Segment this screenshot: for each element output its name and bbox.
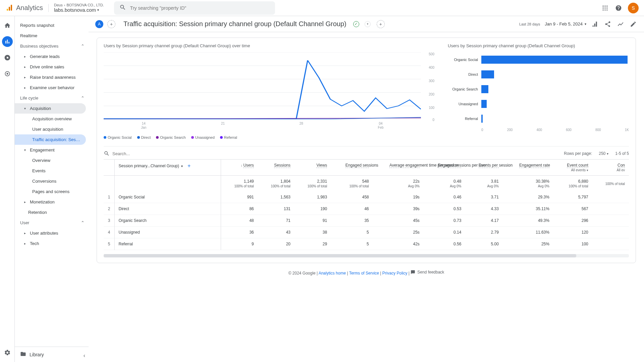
nav-rail — [0, 16, 15, 362]
svg-rect-2 — [11, 5, 12, 11]
send-feedback-button[interactable]: Send feedback — [411, 270, 444, 275]
breadcrumb-property: labs.botsnova.com — [54, 7, 96, 13]
link-privacy[interactable]: Privacy Policy — [382, 271, 408, 276]
sidebar-eng-overview[interactable]: Overview — [15, 155, 89, 166]
sidebar-generate-leads[interactable]: ▸Generate leads — [15, 51, 89, 62]
caret-right-icon: ▸ — [24, 65, 26, 69]
share-icon[interactable] — [604, 20, 612, 28]
bar-chart[interactable]: Organic Social Direct Organic Search Una… — [448, 52, 629, 126]
table-row[interactable]: 1Organic Social9911,5631,98345819s0.463.… — [104, 191, 629, 203]
date-range-picker[interactable]: Jan 9 - Feb 5, 2024▾ — [545, 21, 586, 26]
caret-down-icon: ▾ — [24, 148, 26, 152]
search-bar[interactable] — [114, 1, 275, 15]
sidebar-tech[interactable]: ▸Tech — [15, 238, 89, 249]
sidebar-acq-overview[interactable]: Acquisition overview — [15, 114, 89, 124]
table-row[interactable]: 4Unassigned364338525s0.142.7911.63%120 — [104, 227, 629, 238]
col-avg-engagement[interactable]: Average engagement time per session — [373, 160, 424, 176]
add-filter-button[interactable]: + — [377, 20, 385, 28]
sidebar-user-acq[interactable]: User acquisition — [15, 124, 89, 134]
pagination-info: 1-5 of 5 — [615, 151, 629, 156]
breadcrumb-parent: Deus — [54, 3, 63, 7]
breadcrumb-company: BOTSNOVA CO., LTD. — [66, 3, 104, 7]
link-analytics-home[interactable]: Analytics home — [319, 271, 346, 276]
property-selector[interactable]: Deus › BOTSNOVA CO., LTD. labs.botsnova.… — [54, 3, 104, 13]
sidebar-raise-brand[interactable]: ▸Raise brand awareness — [15, 72, 89, 82]
table-search-input[interactable] — [112, 151, 153, 156]
report-card: Users by Session primary channel group (… — [97, 38, 636, 263]
bar-chart-block: Users by Session primary channel group (… — [448, 43, 629, 139]
sidebar-section-user[interactable]: User⌃ — [15, 218, 89, 228]
table-h-scrollbar[interactable] — [104, 254, 629, 257]
title-bar: A + Traffic acquisition: Session primary… — [89, 16, 644, 32]
sidebar-acquisition[interactable]: ▾Acquisition — [15, 103, 86, 114]
sidebar-traffic-acq[interactable]: Traffic acquisition: Session... — [15, 134, 86, 145]
col-engaged-sessions[interactable]: Engaged sessions — [331, 160, 373, 176]
svg-rect-1 — [9, 7, 10, 11]
chevron-up-icon: ⌃ — [81, 220, 85, 225]
product-logo[interactable]: Analytics — [5, 4, 43, 12]
insights-icon[interactable] — [616, 20, 625, 28]
chevron-right-icon: › — [64, 3, 65, 7]
audience-chip[interactable]: A — [95, 20, 103, 28]
page-title: Traffic acquisition: Session primary cha… — [123, 20, 346, 28]
sidebar-engagement[interactable]: ▾Engagement — [15, 145, 89, 155]
bar-chart-title: Users by Session primary channel group (… — [448, 43, 629, 48]
caret-right-icon: ▸ — [24, 242, 26, 245]
user-avatar[interactable]: S — [628, 3, 639, 13]
sidebar-drive-sales[interactable]: ▸Drive online sales — [15, 62, 89, 72]
table-search[interactable] — [104, 150, 153, 157]
sidebar-realtime[interactable]: Realtime — [15, 31, 89, 41]
sidebar-reports-snapshot[interactable]: Reports snapshot — [15, 20, 89, 31]
rows-per-page-select[interactable]: 250▾ — [599, 151, 608, 156]
customize-report-icon[interactable] — [591, 20, 599, 28]
rail-reports[interactable] — [2, 36, 13, 47]
dimension-header[interactable]: Session primary...Channel Group) ▾ + — [119, 163, 217, 169]
analytics-logo-icon — [5, 4, 13, 12]
col-sessions[interactable]: Sessions — [258, 160, 294, 176]
rail-admin[interactable] — [2, 347, 13, 358]
chevron-up-icon: ⌃ — [81, 44, 85, 49]
rail-advertising[interactable] — [2, 68, 13, 79]
table-row[interactable]: 2Direct861311904639s0.534.3335.11%567 — [104, 203, 629, 215]
divider — [48, 4, 49, 12]
apps-icon[interactable] — [601, 4, 609, 12]
search-input[interactable] — [130, 5, 270, 11]
col-conversions[interactable]: ConAll ev — [592, 160, 629, 176]
sidebar-examine-user[interactable]: ▸Examine user behavior — [15, 82, 89, 93]
sidebar-monetization[interactable]: ▸Monetization — [15, 197, 89, 207]
add-dimension-button[interactable]: + — [187, 163, 191, 169]
col-event-count[interactable]: Event countAll events ▾ — [553, 160, 592, 176]
svg-point-11 — [606, 9, 607, 10]
caret-right-icon: ▸ — [24, 86, 26, 89]
folder-icon — [20, 351, 26, 358]
app-header: Analytics Deus › BOTSNOVA CO., LTD. labs… — [0, 0, 644, 16]
sidebar-collapse[interactable]: ‹ — [84, 353, 85, 359]
line-chart[interactable]: 500 400 300 200 100 0 — [104, 52, 434, 133]
table-row[interactable]: 5Referral92029542s0.565.0025%100 — [104, 238, 629, 250]
sidebar-section-lifecycle[interactable]: Life cycle⌃ — [15, 93, 89, 103]
col-views[interactable]: Views — [294, 160, 331, 176]
title-dropdown[interactable]: ▾ — [365, 21, 371, 27]
sidebar-conversions[interactable]: Conversions — [15, 176, 89, 186]
caret-right-icon: ▸ — [24, 200, 26, 204]
sidebar-user-attrs[interactable]: ▸User attributes — [15, 228, 89, 238]
table-row[interactable]: 3Organic Search4871913545s0.734.1749.3%2… — [104, 215, 629, 227]
sidebar-retention[interactable]: Retention — [15, 207, 89, 218]
rail-explore[interactable] — [2, 52, 13, 63]
edit-icon[interactable] — [629, 20, 637, 28]
sidebar-pages-screens[interactable]: Pages and screens — [15, 186, 89, 197]
sidebar-library[interactable]: Library — [15, 347, 89, 362]
col-users[interactable]: ↓ Users — [221, 160, 258, 176]
caret-down-icon: ▾ — [97, 8, 99, 12]
rail-home[interactable] — [2, 20, 13, 31]
sidebar-section-business[interactable]: Business objectives⌃ — [15, 41, 89, 51]
caret-right-icon: ▸ — [24, 231, 26, 235]
sidebar-events[interactable]: Events — [15, 166, 89, 176]
svg-point-7 — [604, 7, 605, 8]
help-icon[interactable] — [614, 4, 623, 12]
caret-down-icon: ▾ — [181, 164, 183, 168]
date-label: Last 28 days — [519, 22, 540, 26]
link-terms[interactable]: Terms of Service — [349, 271, 379, 276]
add-comparison-button[interactable]: + — [107, 20, 115, 28]
svg-point-13 — [6, 73, 8, 75]
